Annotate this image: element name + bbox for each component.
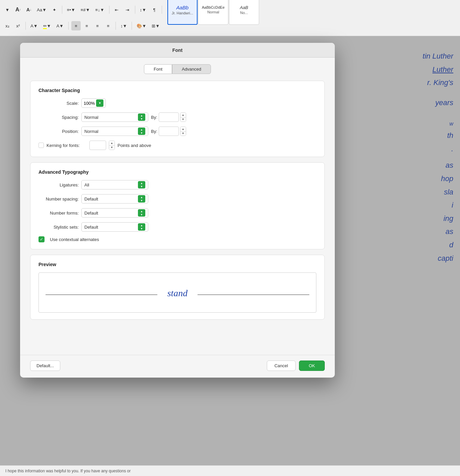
ligatures-arrow[interactable]: ▲ ▼ [138, 181, 145, 188]
ligatures-arrow-down: ▼ [140, 185, 143, 188]
status-text: I hope this information was helpful to y… [5, 469, 131, 473]
number-spacing-arrow-down: ▼ [140, 199, 143, 202]
ligatures-arrow-up: ▲ [140, 182, 143, 185]
numbered-list-btn[interactable]: ≡#▼ [79, 5, 92, 14]
default-button[interactable]: Default... [30, 361, 60, 371]
ligatures-value: All [84, 182, 138, 187]
scale-arrow-btn[interactable]: ▼ [96, 99, 103, 107]
line-spacing-row2-btn[interactable]: ↕▼ [119, 21, 129, 30]
bullet-list-btn[interactable]: ≡•▼ [65, 5, 77, 14]
number-spacing-select[interactable]: Default ▲ ▼ [81, 194, 148, 204]
scale-row: Scale: 100% ▼ [39, 98, 316, 108]
kerning-stepper[interactable]: ▲ ▼ [109, 141, 115, 150]
borders-btn[interactable]: ⊞▼ [150, 21, 162, 30]
decrease-indent-btn[interactable]: ⇤ [112, 5, 122, 14]
spacing-arrow-up: ▲ [140, 114, 143, 117]
preview-title: Preview [39, 262, 316, 267]
ligatures-select[interactable]: All ▲ ▼ [81, 180, 148, 189]
multilevel-list-btn[interactable]: ≡↓▼ [93, 5, 106, 14]
align-left-btn[interactable]: ≡ [71, 21, 81, 30]
spacing-stepper-up[interactable]: ▲ [180, 113, 186, 117]
style-normal-label: Normal [207, 10, 219, 14]
number-forms-arrow[interactable]: ▲ ▼ [138, 209, 145, 217]
increase-indent-btn[interactable]: ⇥ [123, 5, 132, 14]
number-forms-select[interactable]: Default ▲ ▼ [81, 208, 148, 218]
justify-btn[interactable]: ≡ [103, 21, 113, 30]
highlight-btn[interactable]: ✏▼ [41, 21, 53, 30]
line-spacing-btn[interactable]: ↕▼ [138, 5, 148, 14]
style-preview-text: AaBb [176, 5, 189, 10]
spacing-by-input[interactable] [159, 112, 179, 122]
align-center-btn[interactable]: ≡ [82, 21, 91, 30]
number-spacing-row: Number spacing: Default ▲ ▼ [39, 194, 316, 204]
highlight-icon: ✏ [43, 23, 47, 28]
text-shading-btn[interactable]: A▼ [54, 21, 66, 30]
modal-overlay: Font Font Advanced Character Spacing Sca… [0, 36, 460, 476]
position-by-section: By: ▲ ▼ [151, 127, 186, 136]
position-stepper-up[interactable]: ▲ [180, 127, 186, 132]
scale-label: Scale: [39, 101, 79, 106]
scale-value: 100% [84, 101, 95, 106]
clear-format-btn[interactable]: ✦ [50, 5, 59, 14]
spacing-stepper-down[interactable]: ▼ [180, 117, 186, 122]
superscript-btn[interactable]: x² [13, 21, 23, 30]
kerning-checkbox[interactable] [39, 143, 44, 148]
position-stepper[interactable]: ▲ ▼ [180, 127, 186, 136]
ok-button[interactable]: OK [299, 361, 325, 371]
spacing-stepper[interactable]: ▲ ▼ [180, 112, 186, 122]
toolbar-row1: ▼ A↑ A↓ Aa▼ ✦ ≡•▼ ≡#▼ ≡↓▼ ⇤ ⇥ ↕▼ ¶ AaBb … [3, 1, 457, 18]
position-row: Position: Normal ▲ ▼ By: [39, 127, 316, 136]
spacing-value: Normal [84, 115, 138, 120]
preview-word: stand [164, 288, 191, 299]
contextual-label: Use contextual alternates [50, 237, 99, 242]
content-area: tin Luther Luther r. King's years w th .… [0, 36, 460, 476]
position-by-input[interactable] [159, 127, 179, 136]
sep5 [25, 22, 26, 30]
kerning-label: Kerning for fonts: [47, 143, 87, 148]
tab-advanced[interactable]: Advanced [172, 64, 211, 74]
shading-fill-btn[interactable]: 🎨▼ [135, 21, 148, 30]
font-grow-btn[interactable]: A↑ [13, 5, 23, 14]
document-dropdown-btn[interactable]: ▼ [3, 5, 12, 14]
contextual-checkbox[interactable]: ✓ [39, 236, 45, 242]
scale-dropdown[interactable]: 100% ▼ [81, 98, 106, 108]
kerning-input[interactable] [89, 141, 106, 150]
style-normal-text: AaBbCcDdEe [202, 5, 225, 9]
cancel-button[interactable]: Cancel [267, 361, 296, 371]
stylistic-sets-select[interactable]: Default ▲ ▼ [81, 222, 148, 232]
position-arrow[interactable]: ▲ ▼ [138, 128, 145, 135]
paragraph-mark-btn[interactable]: ¶ [150, 5, 159, 14]
sep7 [116, 22, 116, 30]
number-spacing-arrow[interactable]: ▲ ▼ [138, 195, 145, 203]
style-no-text: AaB [240, 5, 248, 10]
spacing-arrow[interactable]: ▲ ▼ [138, 113, 145, 121]
subscript-btn[interactable]: x₂ [3, 21, 12, 30]
stylistic-sets-arrow[interactable]: ▲ ▼ [138, 223, 145, 231]
position-select[interactable]: Normal ▲ ▼ [81, 127, 148, 136]
sep1 [62, 6, 62, 14]
font-case-btn[interactable]: Aa▼ [35, 5, 49, 14]
position-stepper-down[interactable]: ▼ [180, 132, 186, 136]
stylistic-sets-row: Stylistic sets: Default ▲ ▼ [39, 222, 316, 232]
kerning-stepper-up[interactable]: ▲ [109, 141, 114, 146]
spacing-select[interactable]: Normal ▲ ▼ [81, 112, 148, 122]
number-spacing-value: Default [84, 196, 138, 202]
number-forms-label: Number forms: [39, 211, 79, 216]
ligatures-label: Ligatures: [39, 182, 79, 187]
spacing-label: Spacing: [39, 115, 79, 120]
font-shrink-btn[interactable]: A↓ [24, 5, 33, 14]
number-forms-row: Number forms: Default ▲ ▼ [39, 208, 316, 218]
number-spacing-arrow-up: ▲ [140, 196, 143, 199]
character-spacing-title: Character Spacing [39, 88, 316, 93]
position-label: Position: [39, 129, 79, 134]
spacing-row: Spacing: Normal ▲ ▼ By: ▲ [39, 112, 316, 122]
font-color-btn[interactable]: A▼ [28, 21, 40, 30]
tab-font[interactable]: Font [144, 64, 172, 74]
sep2 [109, 6, 109, 14]
kerning-suffix: Points and above [118, 143, 151, 148]
dialog-title: Font [172, 48, 182, 53]
kerning-stepper-down[interactable]: ▼ [109, 146, 114, 150]
footer-right: Cancel OK [267, 361, 325, 371]
spacing-by-label: By: [151, 115, 157, 120]
align-right-btn[interactable]: ≡ [93, 21, 102, 30]
